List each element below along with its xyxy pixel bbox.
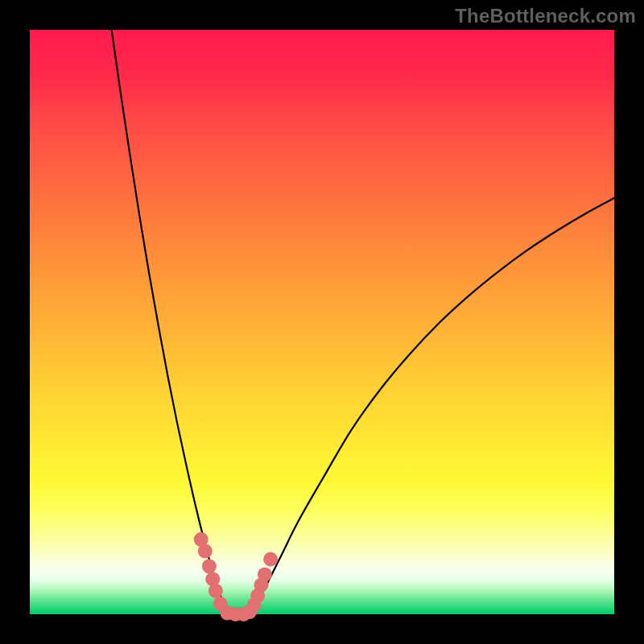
chart-overlay: [30, 30, 614, 614]
plot-area: [30, 30, 614, 614]
watermark-text: TheBottleneck.com: [455, 5, 636, 27]
highlight-point: [208, 584, 223, 598]
curve-right-branch: [252, 198, 614, 614]
highlight-point: [202, 559, 217, 573]
curve-left-branch: [112, 30, 229, 614]
highlight-markers: [194, 532, 278, 621]
highlight-point: [258, 568, 272, 582]
highlight-point: [263, 552, 278, 567]
chart-stage: TheBottleneck.com: [0, 0, 644, 644]
highlight-point: [198, 544, 213, 559]
